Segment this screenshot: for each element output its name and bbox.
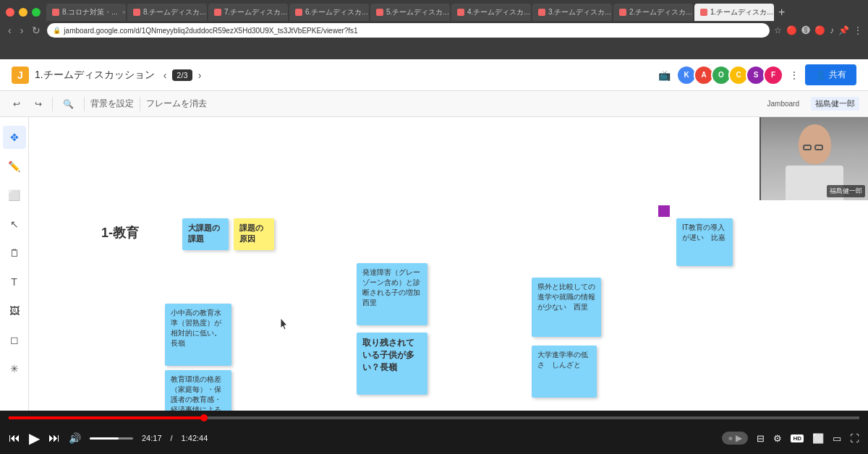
avatar-6: F <box>763 65 783 85</box>
toolbar-separator-3 <box>140 97 140 111</box>
next-frame-button[interactable]: › <box>195 69 205 81</box>
total-time: 1:42:44 <box>182 434 208 442</box>
pen-tool[interactable]: ✏️ <box>3 155 26 178</box>
laser-tool[interactable]: ✳ <box>3 357 26 380</box>
jamboard-title: 1.チームディスカッション <box>35 69 155 82</box>
edit-toolbar: ↩ ↪ 🔍 背景を設定 フレームを消去 Jamboard 福島健一郎 <box>0 91 868 117</box>
ext1-icon[interactable]: 🔴 <box>786 25 797 35</box>
sticky-note-n6[interactable]: 県外と比較しての進学や就職の情報が少ない 西里 <box>532 278 601 337</box>
forward-button[interactable]: › <box>18 25 26 36</box>
toolbar-separator-2 <box>84 97 85 111</box>
share-icon: 👤 <box>815 70 826 80</box>
undo-button[interactable]: ↩ <box>9 96 25 112</box>
clear-button[interactable]: フレームを消去 <box>146 98 207 110</box>
text-tool[interactable]: T <box>3 270 26 294</box>
sticky-note-n7[interactable]: 大学進学率の低さ しんざと <box>532 346 597 398</box>
jamboard-app-bar: J 1.チームディスカッション ‹ 2/3 › 📺 K A O C S F ⋮ … <box>0 59 868 91</box>
redo-button[interactable]: ↪ <box>30 96 46 112</box>
jamboard-right-toolbar: 📺 K A O C S F ⋮ 👤 共有 <box>658 64 856 85</box>
tab-3[interactable]: 7.チームディスカ... × <box>208 4 288 21</box>
tab-6[interactable]: 4.チームディスカ... × <box>451 4 531 21</box>
skip-back-button[interactable]: ⏮ <box>9 432 20 445</box>
shapes-tool[interactable]: ◻ <box>3 328 26 351</box>
select-tool[interactable]: ✥ <box>3 126 26 149</box>
share-button[interactable]: 👤 共有 <box>805 64 856 85</box>
time-separator: / <box>171 434 173 442</box>
more-options-button[interactable]: ⋮ <box>789 69 799 81</box>
new-tab-button[interactable]: + <box>775 6 788 19</box>
ext2-icon[interactable]: 🅢 <box>801 25 810 35</box>
ext5-icon[interactable]: 📌 <box>838 25 849 35</box>
bookmark-icon[interactable]: ☆ <box>774 25 782 35</box>
volume-fill <box>90 437 119 440</box>
miniplayer-button[interactable]: ⬜ <box>812 433 824 444</box>
browser-chrome: 8.コロナ対策・... × 8.チームディスカ... × 7.チームディスカ..… <box>0 0 868 59</box>
menu-icon[interactable]: ⋮ <box>854 25 862 35</box>
canvas-area[interactable]: 1-教育 大課題の課題 課題の原因 小中高の教育水準（習熟度）が相対的に低い。長… <box>29 117 868 411</box>
jamboard-logo: J <box>12 67 29 84</box>
left-toolbar: ✥ ✏️ ⬜ ↖ 🗒 T 🖼 ◻ ✳ <box>0 117 29 411</box>
play-button[interactable]: ▶ <box>29 429 40 447</box>
jamboard-canvas: 1-教育 大課題の課題 課題の原因 小中高の教育水準（習熟度）が相対的に低い。長… <box>29 117 868 411</box>
autoplay-area[interactable]: ● ▶ <box>722 432 748 445</box>
ext4-icon[interactable]: ♪ <box>830 25 834 35</box>
tab-7[interactable]: 3.チームディスカ... × <box>532 4 612 21</box>
volume-slider[interactable] <box>90 437 133 440</box>
webcam-presenter-label: 福島健一郎 <box>827 185 865 197</box>
image-tool[interactable]: 🖼 <box>3 299 26 322</box>
present-button[interactable]: 📺 <box>658 69 671 81</box>
cursor-tool[interactable]: ↖ <box>3 213 26 236</box>
jamboard-title-area: J 1.チームディスカッション ‹ 2/3 › <box>12 67 650 84</box>
subtitles-button[interactable]: ⊟ <box>757 433 765 444</box>
tab-2[interactable]: 8.チームディスカ... × <box>127 4 207 21</box>
progress-indicator <box>200 414 208 421</box>
sticky-note-n12[interactable]: IT教育の導入が遅い 比嘉 <box>676 218 733 266</box>
video-progress-bar[interactable] <box>9 416 859 419</box>
tab-9-active[interactable]: 1.チームディスカ... × <box>694 4 774 21</box>
sticky-note-tool[interactable]: 🗒 <box>3 241 26 265</box>
theater-button[interactable]: ▭ <box>833 433 841 444</box>
sticky-note-n1[interactable]: 大課題の課題 <box>182 218 229 250</box>
section-label: 1-教育 <box>101 224 139 241</box>
tab-8[interactable]: 2.チームディスカ... × <box>613 4 693 21</box>
jamboard-watermark-label: Jamboard <box>767 100 799 108</box>
sticky-note-n2[interactable]: 課題の原因 <box>234 218 274 250</box>
volume-button[interactable]: 🔊 <box>69 432 81 444</box>
autoplay-toggle[interactable]: ● <box>728 433 733 443</box>
webcam-overlay: 福島健一郎 <box>760 117 868 200</box>
presenter-name-label: 福島健一郎 <box>811 97 859 111</box>
sticky-note-n8[interactable]: 教育環境の格差（家庭毎）・保護者の教育感・経済事情による格差 しんざと <box>165 370 231 411</box>
sticky-note-n4[interactable]: 発達障害（グレーゾーン含め）と診断される子の増加 西里 <box>357 263 427 325</box>
page-indicator[interactable]: 2/3 <box>172 69 192 81</box>
eraser-tool[interactable]: ⬜ <box>3 184 26 207</box>
sticky-note-n3[interactable]: 小中高の教育水準（習熟度）が相対的に低い。長嶺 <box>165 304 231 366</box>
hd-badge: HD <box>791 434 804 442</box>
ext3-icon[interactable]: 🔴 <box>814 25 825 35</box>
player-controls: ⏮ ▶ ⏭ 🔊 24:17 / 1:42:44 ● ▶ ⊟ ⚙ HD ⬜ ▭ ⛶ <box>9 422 859 454</box>
tab-1[interactable]: 8.コロナ対策・... × <box>46 4 126 21</box>
jamboard-nav: ‹ 2/3 › <box>161 69 205 81</box>
tab-4[interactable]: 6.チームディスカ... × <box>289 4 369 21</box>
progress-fill <box>9 416 204 419</box>
zoom-button[interactable]: 🔍 <box>59 96 78 112</box>
video-player: ⏮ ▶ ⏭ 🔊 24:17 / 1:42:44 ● ▶ ⊟ ⚙ HD ⬜ ▭ ⛶ <box>0 411 868 454</box>
prev-frame-button[interactable]: ‹ <box>161 69 170 81</box>
traffic-light-minimize[interactable] <box>19 8 27 17</box>
lock-icon: 🔒 <box>53 27 61 34</box>
sticky-note-n5[interactable]: 取り残されている子供が多い？長嶺 <box>357 333 427 395</box>
person-head <box>799 124 831 164</box>
current-time: 24:17 <box>142 434 162 442</box>
skip-forward-button[interactable]: ⏭ <box>48 432 60 445</box>
fullscreen-button[interactable]: ⛶ <box>850 433 859 444</box>
bg-button[interactable]: 背景を設定 <box>90 98 134 110</box>
back-button[interactable]: ‹ <box>6 25 14 36</box>
address-bar-row: ‹ › ↻ 🔒 jamboard.google.com/d/1QNmeyybli… <box>0 20 868 40</box>
address-bar[interactable]: 🔒 jamboard.google.com/d/1QNmeyybliq2dudd… <box>47 23 770 38</box>
tab-5[interactable]: 5.チームディスカ... × <box>370 4 450 21</box>
traffic-light-fullscreen[interactable] <box>32 8 41 17</box>
decoration-bubble <box>658 205 670 217</box>
settings-button[interactable]: ⚙ <box>773 433 782 444</box>
traffic-light-close[interactable] <box>6 8 14 17</box>
autoplay-play-icon: ▶ <box>736 433 742 443</box>
reload-button[interactable]: ↻ <box>30 25 43 36</box>
